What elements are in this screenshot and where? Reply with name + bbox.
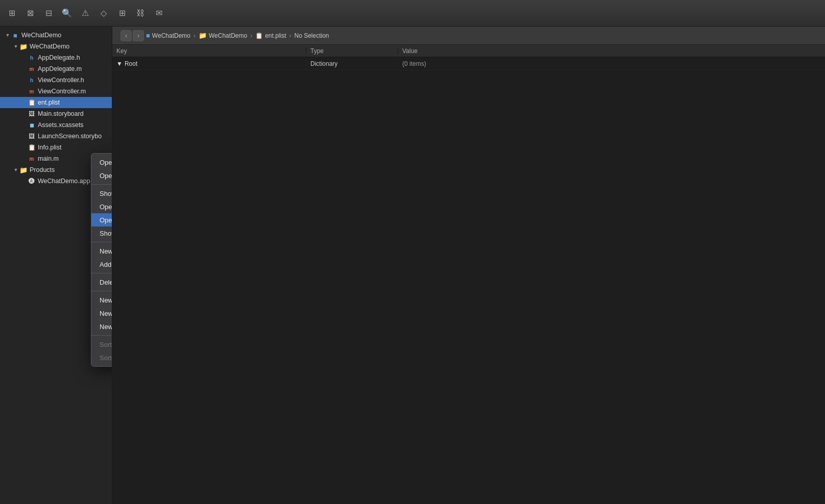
storyboard-icon: 🖼: [28, 110, 36, 118]
assets-icon: ◼: [28, 121, 36, 129]
sidebar-item-label: WeChatDemo.app: [38, 178, 90, 185]
breadcrumb-file[interactable]: 📋 ent.plist: [255, 32, 286, 39]
menu-separator-1: [91, 184, 112, 185]
plist-row-root[interactable]: ▼ Root Dictionary (0 items): [112, 57, 825, 70]
grid-icon[interactable]: ⊞: [116, 8, 128, 19]
sidebar-item-root[interactable]: ▼ ■ WeChatDemo: [0, 30, 112, 41]
menu-item-open-new-window[interactable]: Open in New Window: [91, 169, 112, 182]
breadcrumb-label: ent.plist: [265, 32, 286, 39]
m-file-icon: m: [28, 65, 36, 73]
sidebar-item-label: LaunchScreen.storybo: [38, 133, 102, 140]
sidebar-item-label: ent.plist: [38, 99, 60, 106]
menu-separator-4: [91, 291, 112, 291]
breadcrumb-label: WeChatDemo: [152, 32, 190, 39]
sidebar-item-label: ViewController.h: [38, 77, 84, 84]
link-icon[interactable]: ⛓: [135, 8, 146, 19]
main-area: ▼ ■ WeChatDemo ▼ 📁 WeChatDemo h AppDeleg…: [0, 27, 825, 504]
h-file-icon: h: [28, 54, 36, 62]
column-key: Key: [112, 47, 306, 55]
sidebar-item-viewcontroller-h[interactable]: h ViewController.h: [0, 74, 112, 86]
sidebar-item-info-plist[interactable]: 📋 Info.plist: [0, 142, 112, 153]
breadcrumb-sep-1: ›: [193, 32, 196, 39]
sidebar-item-assets[interactable]: ◼ Assets.xcassets: [0, 119, 112, 131]
menu-separator-3: [91, 273, 112, 273]
plist-header: Key Type Value: [112, 45, 825, 57]
menu-item-delete[interactable]: Delete: [91, 275, 112, 289]
spacer: [20, 144, 28, 151]
plist-icon: 📋: [28, 143, 36, 152]
menu-item-sort-type: Sort by Type: [91, 351, 112, 364]
chat-icon[interactable]: ✉: [153, 8, 164, 19]
menu-item-add-files[interactable]: Add Files to "WeChatDemo"...: [91, 258, 112, 271]
breadcrumb-bar: ‹ › ■ WeChatDemo › 📁 WeChatDemo › 📋 ent.…: [112, 27, 825, 45]
sidebar-item-label: Assets.xcassets: [38, 121, 84, 129]
spacer: [20, 54, 28, 61]
folder-icon: 📁: [19, 166, 28, 174]
sidebar-item-label: WeChatDemo: [21, 32, 61, 39]
toolbar: ⊞ ⊠ ⊟ 🔍 ⚠ ◇ ⊞ ⛓ ✉: [0, 0, 825, 27]
m-file-icon: m: [28, 155, 36, 163]
menu-item-new-file[interactable]: New File...: [91, 244, 112, 258]
spacer: [20, 155, 28, 162]
column-type: Type: [306, 47, 398, 55]
sidebar-item-viewcontroller-m[interactable]: m ViewController.m: [0, 86, 112, 97]
content-area: ‹ › ■ WeChatDemo › 📁 WeChatDemo › 📋 ent.…: [112, 27, 825, 504]
project-icon: ■: [146, 32, 150, 39]
sidebar: ▼ ■ WeChatDemo ▼ 📁 WeChatDemo h AppDeleg…: [0, 27, 112, 504]
search-icon[interactable]: 🔍: [61, 8, 72, 19]
breadcrumb-project[interactable]: ■ WeChatDemo: [146, 32, 190, 39]
menu-item-open-external[interactable]: Open with External Editor: [91, 200, 112, 213]
nav-prev-button[interactable]: ‹: [120, 30, 132, 41]
menu-item-show-finder[interactable]: Show in Finder: [91, 187, 112, 200]
nav-next-button[interactable]: ›: [133, 30, 144, 41]
expand-arrow: ▼: [116, 60, 123, 67]
spacer: [20, 99, 28, 106]
menu-separator-5: [91, 335, 112, 336]
plist-table: Key Type Value ▼ Root Dictionary (0 item…: [112, 45, 825, 504]
nav-buttons: ‹ ›: [120, 30, 144, 41]
menu-item-open-new-tab[interactable]: Open in New Tab: [91, 156, 112, 169]
spacer: [20, 88, 28, 95]
breadcrumb-sep-2: ›: [250, 32, 252, 39]
key-label: Root: [125, 60, 137, 67]
spacer: [20, 65, 28, 72]
stop-icon[interactable]: ⊠: [25, 8, 36, 19]
sidebar-item-label: AppDelegate.h: [38, 54, 80, 61]
menu-item-new-group-no-folder[interactable]: New Group without Folder: [91, 307, 112, 320]
menu-item-show-file-inspector[interactable]: Show File Inspector: [91, 226, 112, 240]
storyboard-icon: 🖼: [28, 132, 36, 140]
app-icon: 🅐: [28, 177, 36, 185]
spacer: [20, 133, 28, 140]
plist-value-root: (0 items): [398, 60, 825, 67]
menu-item-new-group[interactable]: New Group: [91, 293, 112, 307]
sidebar-item-label: WeChatDemo: [30, 43, 69, 50]
column-value: Value: [398, 47, 825, 55]
menu-separator-2: [91, 242, 112, 242]
project-icon: ■: [11, 31, 19, 39]
sidebar-item-wechatdemo-folder[interactable]: ▼ 📁 WeChatDemo: [0, 41, 112, 52]
folder-icon: 📁: [19, 42, 28, 51]
sidebar-item-label: Main.storyboard: [38, 110, 84, 117]
sidebar-item-label: AppDelegate.m: [38, 65, 82, 72]
context-menu: Open in New Tab Open in New Window Show …: [91, 153, 112, 367]
menu-item-open-as[interactable]: Open As ▶: [91, 213, 112, 226]
sidebar-item-appdelegate-h[interactable]: h AppDelegate.h: [0, 52, 112, 63]
spacer: [20, 110, 28, 117]
sidebar-item-label: Info.plist: [38, 144, 62, 151]
nav-icon[interactable]: ⊞: [6, 8, 17, 19]
warning-icon[interactable]: ⚠: [80, 8, 91, 19]
sidebar-item-launchscreen[interactable]: 🖼 LaunchScreen.storybo: [0, 131, 112, 142]
breadcrumb-folder[interactable]: 📁 WeChatDemo: [199, 32, 247, 39]
sidebar-item-main-storyboard[interactable]: 🖼 Main.storyboard: [0, 108, 112, 119]
plist-icon: 📋: [28, 98, 36, 107]
sidebar-item-appdelegate-m[interactable]: m AppDelegate.m: [0, 63, 112, 74]
spacer: [20, 77, 28, 84]
expand-triangle: ▼: [4, 32, 11, 39]
breakpoint-icon[interactable]: ◇: [98, 8, 109, 19]
scheme-icon[interactable]: ⊟: [43, 8, 54, 19]
sidebar-item-ent-plist[interactable]: 📋 ent.plist: [0, 97, 112, 108]
m-file-icon: m: [28, 87, 36, 95]
menu-item-new-group-selection[interactable]: New Group from Selection: [91, 320, 112, 333]
breadcrumb-selection: No Selection: [295, 32, 329, 39]
breadcrumb-sep-3: ›: [289, 32, 292, 39]
